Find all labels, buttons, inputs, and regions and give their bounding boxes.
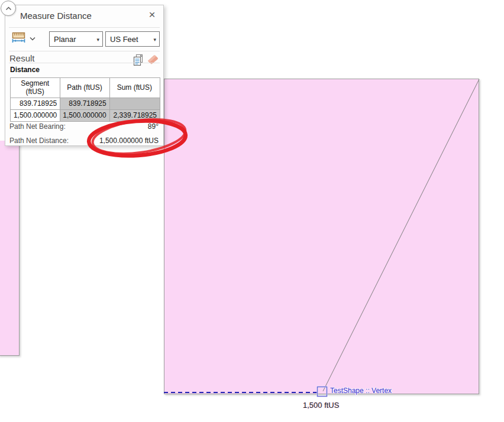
separator: [9, 51, 160, 51]
path-value-cell: 1,500.000000: [60, 110, 109, 122]
sum-value-cell: [109, 98, 160, 110]
segment-value-cell: 839.718925: [11, 98, 60, 110]
dialog-title: Measure Distance: [20, 11, 92, 21]
path-net-bearing-row: Path Net Bearing: 89°: [9, 122, 159, 131]
measure-distance-dialog: Measure Distance × Plana: [5, 5, 164, 146]
dropdown-arrow-icon: ▾: [96, 36, 99, 43]
separator: [9, 27, 160, 28]
separator: [9, 63, 160, 63]
sum-value-cell: 2,339.718925: [109, 110, 160, 122]
table-row: 1,500.000000 1,500.000000 2,339.718925: [11, 110, 160, 122]
path-value-cell: 839.718925: [60, 98, 109, 110]
copy-icon: [133, 54, 145, 66]
path-net-distance-row: Path Net Distance: 1,500.000000 ftUS: [9, 137, 159, 145]
unit-dropdown[interactable]: US Feet ▾: [105, 31, 160, 47]
path-net-bearing-label: Path Net Bearing:: [9, 122, 66, 131]
collapse-panel-button[interactable]: [1, 1, 16, 16]
table-header-row: Segment (ftUS) Path (ftUS) Sum (ftUS): [11, 78, 160, 98]
column-header-segment: Segment (ftUS): [11, 78, 60, 98]
chevron-up-icon: [5, 7, 12, 11]
copy-result-button[interactable]: [133, 54, 146, 66]
map-polygon-left-partial: [0, 141, 20, 356]
table-row: 839.718925 839.718925: [11, 98, 160, 110]
map-polygon-testshape: [164, 79, 479, 394]
close-button[interactable]: ×: [146, 8, 159, 22]
measure-mode-dropdown[interactable]: Planar ▾: [49, 31, 103, 47]
path-net-bearing-value: 89°: [148, 122, 159, 131]
segment-distance-label: 1,500 ftUS: [303, 401, 339, 410]
ruler-icon: [12, 32, 25, 44]
clear-results-button[interactable]: [147, 54, 160, 66]
result-section-label: Result: [9, 53, 35, 63]
segment-value-cell: 1,500.000000: [11, 110, 60, 122]
column-header-path: Path (ftUS): [60, 78, 109, 98]
measure-mode-button[interactable]: [10, 30, 41, 46]
measure-mode-value: Planar: [54, 35, 76, 44]
column-header-sum: Sum (ftUS): [109, 78, 160, 98]
snap-tooltip: TestShape :: Vertex: [330, 387, 392, 395]
distance-result-table: Segment (ftUS) Path (ftUS) Sum (ftUS) 83…: [10, 77, 160, 122]
chevron-down-icon: [30, 34, 35, 43]
unit-value: US Feet: [110, 35, 138, 44]
dropdown-arrow-icon: ▾: [153, 36, 156, 43]
distance-section-label: Distance: [10, 66, 40, 74]
path-net-distance-label: Path Net Distance:: [9, 137, 69, 145]
path-net-distance-value: 1,500.000000 ftUS: [99, 137, 159, 145]
